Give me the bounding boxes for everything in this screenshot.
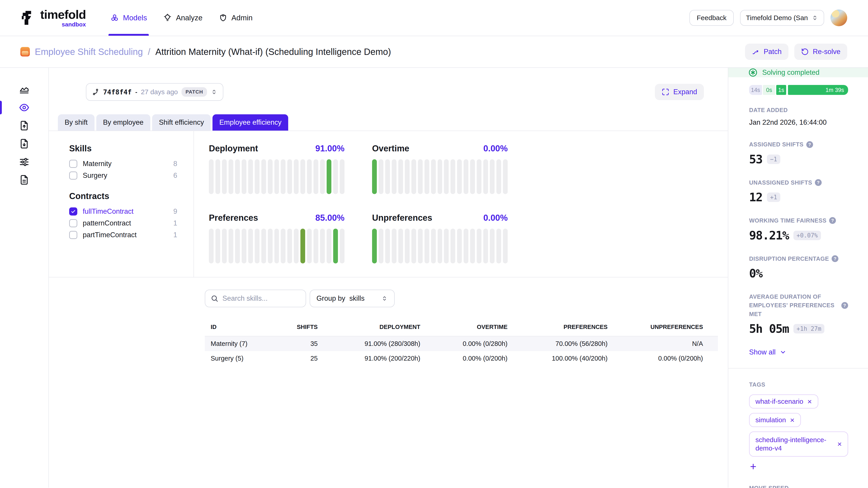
table-cell: N/A — [608, 336, 718, 351]
tag-label: scheduling-intelligence-demo-v4 — [755, 435, 828, 453]
histogram-bucket — [274, 159, 279, 194]
histogram-bucket — [340, 229, 344, 263]
sidebar-item[interactable] — [0, 135, 49, 153]
sidebar-item[interactable] — [0, 98, 49, 117]
add-tag-button[interactable]: + — [749, 461, 757, 472]
histogram-bucket — [483, 229, 488, 263]
avatar[interactable] — [831, 9, 847, 26]
contract-filter-row[interactable]: fullTimeContract 9 — [69, 207, 177, 216]
chart-value: 0.00% — [483, 144, 508, 153]
brand-text: timefold sandbox — [40, 8, 86, 27]
version-hash: 74f8f4f — [103, 88, 131, 96]
nav-item[interactable]: Analyze — [163, 0, 202, 36]
show-all-button[interactable]: Show all — [749, 348, 786, 356]
histogram-bucket — [235, 159, 240, 194]
histogram-bucket — [327, 229, 331, 263]
histogram-bucket — [268, 159, 273, 194]
chart-preferences: Preferences85.00% — [209, 213, 344, 263]
histogram-bucket — [209, 159, 214, 194]
checkbox[interactable] — [69, 207, 77, 216]
tab[interactable]: By employee — [96, 114, 150, 131]
help-icon[interactable]: ? — [815, 179, 822, 186]
histogram-bucket — [405, 229, 410, 263]
histogram-bucket — [340, 159, 344, 194]
table-section: Group by skills IDSHIFTSDEPLOYMENTOVERTI… — [205, 290, 718, 366]
checkbox[interactable] — [69, 171, 77, 180]
histogram-bucket — [483, 159, 488, 194]
breadcrumb: Employee Shift Scheduling / Attrition Ma… — [20, 47, 391, 57]
histogram-bucket — [490, 159, 495, 194]
stat-value: 5h 05m — [749, 322, 789, 335]
tab[interactable]: Shift efficiency — [152, 114, 211, 131]
date-added-block: DATE ADDED Jan 22nd 2026, 16:44:00 — [749, 106, 848, 127]
table-cell: 25 — [272, 351, 318, 366]
histogram-bucket — [451, 229, 455, 263]
histogram-bucket — [228, 229, 233, 263]
breadcrumb-separator: / — [148, 47, 150, 57]
contract-filter-row[interactable]: partTimeContract 1 — [69, 231, 177, 239]
table-cell: 35 — [272, 336, 318, 351]
tab[interactable]: Employee efficiency — [213, 114, 288, 131]
histogram-bucket — [503, 229, 508, 263]
contracts-list: fullTimeContract 9 patternContract 1 — [69, 207, 177, 239]
table-row[interactable]: Surgery (5)2591.00% (200/220h)0.00% (0/2… — [205, 351, 718, 366]
status-banner: Solving completed — [728, 68, 868, 77]
stat-label: WORKING TIME FAIRNESS — [749, 216, 827, 225]
histogram-strip — [372, 159, 508, 194]
brand-subtitle: sandbox — [62, 22, 86, 27]
version-select[interactable]: 74f8f4f - 27 days ago PATCH — [86, 83, 223, 101]
model-emoji-icon — [20, 47, 30, 57]
tags-label: TAGS — [749, 380, 848, 389]
skill-filter-row[interactable]: Surgery 6 — [69, 171, 177, 180]
brand-logo[interactable]: timefold sandbox — [18, 8, 86, 27]
histogram-bucket — [385, 159, 390, 194]
table-row[interactable]: Maternity (7)3591.00% (280/308h)0.00% (0… — [205, 336, 718, 351]
tag-label: simulation — [755, 416, 786, 424]
help-icon[interactable]: ? — [829, 217, 836, 224]
remove-tag-icon[interactable]: × — [807, 398, 812, 405]
checkbox[interactable] — [69, 231, 77, 239]
histogram-bucket — [307, 159, 312, 194]
remove-tag-icon[interactable]: × — [790, 416, 795, 424]
solve-panel-body: 14s 0s 1s 1m 39s DATE ADDED Jan 22nd 202… — [728, 77, 868, 488]
chart-title: Unpreferences — [372, 213, 432, 223]
sidebar-item[interactable] — [0, 80, 49, 98]
nav-item[interactable]: Admin — [219, 0, 253, 36]
histogram-bucket — [274, 229, 279, 263]
checkbox[interactable] — [69, 219, 77, 227]
timeline-segment: 1m 39s — [788, 85, 848, 95]
histogram-bucket — [379, 159, 383, 194]
feedback-button[interactable]: Feedback — [689, 10, 734, 26]
histogram-bucket — [209, 229, 214, 263]
sidebar-item[interactable] — [0, 153, 49, 171]
workspace-select[interactable]: Timefold Demo (San — [740, 10, 824, 26]
nav-item[interactable]: Models — [110, 0, 147, 36]
layout: 74f8f4f - 27 days ago PATCH Expand By sh… — [0, 68, 868, 488]
solving-completed-icon — [748, 68, 758, 77]
timeline-segment: 1s — [776, 85, 786, 95]
stat-value: 0% — [749, 267, 763, 280]
sidebar-item[interactable] — [0, 117, 49, 135]
search-box — [205, 290, 306, 307]
histogram-bucket — [287, 229, 292, 263]
skills-list: Maternity 8 Surgery 6 — [69, 160, 177, 180]
patch-icon — [752, 48, 760, 56]
search-input[interactable] — [222, 294, 300, 302]
histogram-bucket — [294, 159, 299, 194]
breadcrumb-parent-link[interactable]: Employee Shift Scheduling — [35, 47, 143, 57]
checkbox[interactable] — [69, 160, 77, 168]
stat-block: UNASSIGNED SHIFTS? 12 +1 — [749, 178, 848, 204]
help-icon[interactable]: ? — [832, 255, 838, 262]
sidebar-item[interactable] — [0, 171, 49, 189]
group-by-select[interactable]: Group by skills — [310, 290, 395, 307]
skill-filter-row[interactable]: Maternity 8 — [69, 160, 177, 168]
contract-filter-row[interactable]: patternContract 1 — [69, 219, 177, 227]
resolve-button[interactable]: Re-solve — [794, 43, 847, 60]
help-icon[interactable]: ? — [806, 141, 813, 148]
help-icon[interactable]: ? — [841, 302, 848, 309]
file-down-icon — [19, 138, 29, 149]
remove-tag-icon[interactable]: × — [837, 440, 842, 448]
patch-button[interactable]: Patch — [745, 43, 788, 60]
expand-button[interactable]: Expand — [655, 84, 704, 100]
tab[interactable]: By shift — [58, 114, 94, 131]
